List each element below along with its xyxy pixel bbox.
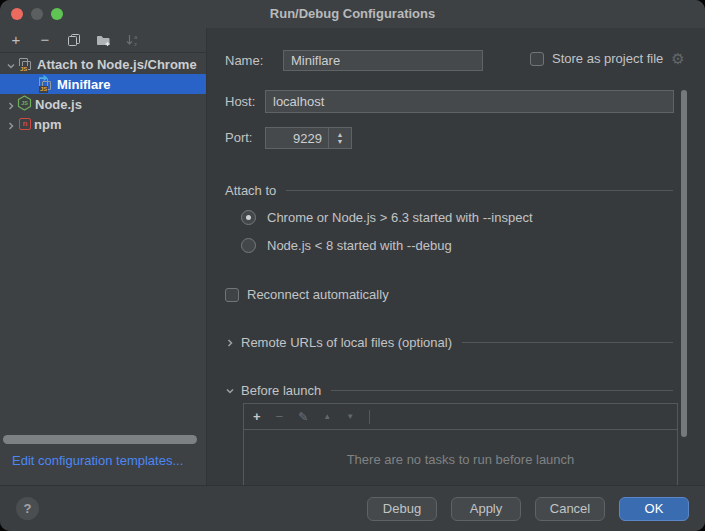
move-task-up-icon[interactable]: ▲: [323, 410, 331, 424]
name-input[interactable]: [283, 50, 483, 71]
tree-item-npm[interactable]: n npm: [0, 114, 206, 134]
before-launch-header-label: Before launch: [241, 383, 321, 398]
apply-button[interactable]: Apply: [451, 497, 521, 521]
sort-configurations-icon[interactable]: az: [124, 32, 140, 48]
radio-option-inspect[interactable]: Chrome or Node.js > 6.3 started with --i…: [241, 210, 533, 225]
attach-to-header-label: Attach to: [225, 183, 276, 198]
move-task-down-icon[interactable]: ▼: [346, 410, 354, 424]
titlebar: Run/Debug Configurations: [0, 0, 705, 28]
tree-item-label: Miniflare: [57, 77, 110, 92]
remote-urls-header-label: Remote URLs of local files (optional): [241, 335, 452, 350]
edit-configuration-templates-link[interactable]: Edit configuration templates...: [12, 453, 183, 468]
tree-item-label: npm: [34, 117, 61, 132]
radio-option-label: Chrome or Node.js > 6.3 started with --i…: [267, 210, 533, 225]
svg-text:z: z: [134, 41, 137, 47]
debug-button[interactable]: Debug: [367, 497, 437, 521]
copy-configuration-icon[interactable]: [66, 32, 82, 48]
window-title: Run/Debug Configurations: [0, 0, 705, 28]
before-launch-section-header[interactable]: Before launch: [225, 383, 673, 398]
add-configuration-icon[interactable]: +: [8, 32, 24, 48]
port-field: ▲ ▼: [265, 127, 352, 149]
tree-item-label: Attach to Node.js/Chrome: [37, 57, 197, 72]
add-task-icon[interactable]: +: [253, 410, 261, 424]
radio-option-label: Node.js < 8 started with --debug: [267, 238, 452, 253]
chevron-right-icon[interactable]: [6, 99, 16, 109]
attach-config-icon: JS: [38, 76, 54, 92]
configurations-sidebar: + − az JS Attach to Node.js/Chro: [0, 28, 207, 485]
radio-option-debug[interactable]: Node.js < 8 started with --debug: [241, 238, 452, 253]
toolbar-separator: [369, 410, 370, 424]
svg-text:JS: JS: [21, 100, 28, 106]
new-folder-icon[interactable]: [95, 32, 111, 48]
configuration-settings-panel: Name: Store as project file ⚙ Host: Port…: [208, 28, 705, 485]
reconnect-automatically-checkbox[interactable]: [225, 288, 239, 302]
remove-configuration-icon[interactable]: −: [37, 32, 53, 48]
reconnect-automatically-row[interactable]: Reconnect automatically: [225, 287, 389, 302]
stepper-up-icon[interactable]: ▲: [337, 131, 344, 138]
host-input[interactable]: [265, 90, 674, 113]
chevron-down-icon[interactable]: [6, 59, 16, 69]
radio-button-selected[interactable]: [241, 210, 256, 225]
store-as-project-file-checkbox[interactable]: [530, 52, 544, 66]
attach-arrow-icon: [38, 74, 50, 82]
gear-icon[interactable]: ⚙: [671, 52, 684, 66]
run-debug-configurations-dialog: Run/Debug Configurations + − az: [0, 0, 705, 531]
vertical-scrollbar[interactable]: [681, 90, 687, 437]
store-as-project-file-row: Store as project file ⚙: [530, 51, 685, 66]
tree-item-miniflare[interactable]: JS Miniflare: [0, 74, 206, 94]
help-button[interactable]: ?: [16, 497, 39, 520]
sidebar-toolbar: + − az: [0, 28, 206, 53]
tree-item-label: Node.js: [35, 97, 82, 112]
before-launch-empty-text: There are no tasks to run before launch: [244, 452, 677, 467]
radio-button-unselected[interactable]: [241, 238, 256, 253]
attach-config-type-icon: JS: [18, 56, 34, 72]
reconnect-automatically-label: Reconnect automatically: [247, 287, 389, 302]
chevron-down-icon[interactable]: [225, 386, 235, 396]
before-launch-tasks-panel: + − ✎ ▲ ▼ There are no tasks to run befo…: [243, 403, 678, 485]
cancel-button[interactable]: Cancel: [535, 497, 605, 521]
nodejs-icon: JS: [17, 95, 32, 114]
port-input[interactable]: [266, 128, 328, 148]
name-label: Name:: [225, 53, 263, 68]
tree-item-nodejs[interactable]: JS Node.js: [0, 94, 206, 114]
chevron-right-icon[interactable]: [225, 338, 235, 348]
configurations-tree: JS Attach to Node.js/Chrome JS Miniflare: [0, 54, 206, 134]
stepper-down-icon[interactable]: ▼: [337, 138, 344, 145]
footer-buttons: Debug Apply Cancel OK: [367, 497, 689, 521]
remove-task-icon[interactable]: −: [276, 410, 284, 424]
attach-to-section-header: Attach to: [225, 183, 673, 198]
tree-item-attach-to-node-chrome[interactable]: JS Attach to Node.js/Chrome: [0, 54, 206, 74]
svg-text:a: a: [134, 34, 138, 40]
edit-task-icon[interactable]: ✎: [298, 410, 308, 424]
chevron-right-icon[interactable]: [6, 119, 16, 129]
dialog-footer: ? Debug Apply Cancel OK: [0, 485, 705, 531]
npm-icon: n: [19, 118, 31, 130]
host-label: Host:: [225, 94, 255, 109]
horizontal-scrollbar[interactable]: [3, 435, 197, 444]
store-as-project-file-label: Store as project file: [552, 51, 663, 66]
port-label: Port:: [225, 130, 252, 145]
ok-button[interactable]: OK: [619, 497, 689, 521]
port-stepper[interactable]: ▲ ▼: [328, 128, 351, 148]
remote-urls-section-header[interactable]: Remote URLs of local files (optional): [225, 335, 673, 350]
before-launch-toolbar: + − ✎ ▲ ▼: [244, 404, 677, 430]
